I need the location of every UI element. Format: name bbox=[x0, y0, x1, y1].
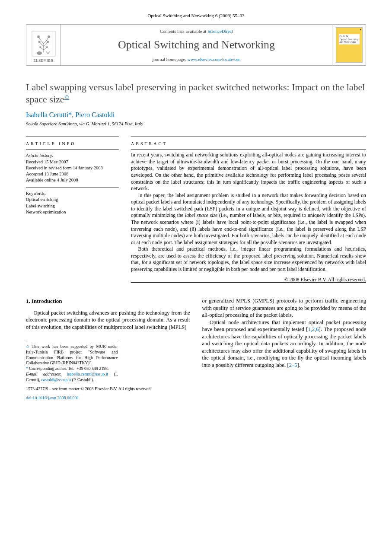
title-text: Label swapping versus label preserving i… bbox=[26, 82, 365, 105]
body-paragraph: or generalized MPLS (GMPLS) protocols to… bbox=[202, 297, 367, 319]
body-columns: 1. Introduction Optical packet switching… bbox=[26, 297, 366, 401]
masthead: ELSEVIER Contents lists available at Sci… bbox=[26, 24, 366, 66]
svg-point-6 bbox=[46, 46, 48, 48]
journal-cover-icon: ■ O S N Optical Switching and Networking bbox=[336, 27, 363, 63]
contents-prefix: Contents lists available at bbox=[160, 29, 207, 34]
footnote-star-icon[interactable]: ✩ bbox=[26, 344, 29, 349]
history-revised: Received in revised form 14 January 2008 bbox=[26, 165, 119, 171]
header-citation: Optical Switching and Networking 6 (2009… bbox=[26, 13, 366, 18]
corresponding-text: Corresponding author. Tel.: +39 050 549 … bbox=[29, 366, 108, 371]
footnote-emails: E-mail addresses: isabella.cerutti@sssup… bbox=[26, 372, 118, 382]
email-who-2: (P. Castoldi). bbox=[71, 377, 94, 382]
ref-link[interactable]: 1,2,6 bbox=[308, 326, 319, 332]
doi-value: 10.1016/j.osn.2008.06.001 bbox=[33, 395, 79, 400]
author-link-castoldi[interactable]: Piero Castoldi bbox=[75, 111, 115, 118]
section-heading-introduction: 1. Introduction bbox=[26, 297, 190, 305]
body-paragraph: Optical packet switching advances are pu… bbox=[26, 309, 190, 331]
publisher-label: ELSEVIER bbox=[33, 58, 54, 63]
article-title: Label swapping versus label preserving i… bbox=[26, 81, 366, 105]
article-info-column: ARTICLE INFO Article history: Received 1… bbox=[26, 137, 119, 283]
history-accepted: Accepted 13 June 2008 bbox=[26, 171, 119, 177]
sciencedirect-link[interactable]: ScienceDirect bbox=[207, 29, 233, 34]
abstract-p2: In this paper, the label assignment prob… bbox=[131, 192, 366, 246]
abstract-p3: Both theoretical and practical methods, … bbox=[131, 246, 366, 273]
journal-homepage-link[interactable]: www.elsevier.com/locate/osn bbox=[188, 57, 241, 62]
abstract-p1: In recent years, switching and networkin… bbox=[131, 152, 366, 192]
corresponding-star-icon[interactable]: * bbox=[26, 366, 28, 371]
abstract-column: ABSTRACT In recent years, switching and … bbox=[131, 137, 366, 283]
history-received: Received 15 May 2007 bbox=[26, 159, 119, 165]
info-abstract-row: ARTICLE INFO Article history: Received 1… bbox=[26, 137, 366, 283]
abstract-label: ABSTRACT bbox=[131, 137, 366, 150]
abstract-text: In recent years, switching and networkin… bbox=[131, 150, 366, 276]
keywords-block: Keywords: Optical switching Label switch… bbox=[26, 188, 119, 220]
footer-doi: doi:10.1016/j.osn.2008.06.001 bbox=[26, 395, 190, 401]
body-text: ]. The proposed node architectures have … bbox=[202, 326, 367, 368]
journal-homepage-line: journal homepage: www.elsevier.com/locat… bbox=[64, 57, 328, 62]
footer-issn: 1573-4277/$ – see front matter © 2008 El… bbox=[26, 386, 190, 392]
ref-link[interactable]: 2–5 bbox=[289, 362, 297, 368]
body-left-column: 1. Introduction Optical packet switching… bbox=[26, 297, 190, 401]
publisher-logo-block: ELSEVIER bbox=[26, 25, 61, 65]
footnotes-block: ✩ This work has been supported by MUR un… bbox=[26, 342, 118, 382]
article-info-label: ARTICLE INFO bbox=[26, 137, 119, 150]
svg-point-2 bbox=[48, 35, 50, 38]
keywords-heading: Keywords: bbox=[26, 191, 119, 197]
author-separator: , bbox=[72, 111, 75, 118]
abstract-copyright: © 2008 Elsevier B.V. All rights reserved… bbox=[131, 277, 366, 282]
svg-point-4 bbox=[47, 41, 49, 43]
body-right-column: or generalized MPLS (GMPLS) protocols to… bbox=[202, 297, 367, 401]
authors-line: Isabella Cerutti*, Piero Castoldi bbox=[26, 111, 366, 119]
article-history: Article history: Received 15 May 2007 Re… bbox=[26, 150, 119, 188]
elsevier-tree-icon bbox=[32, 31, 56, 57]
affiliation: Scuola Superiore Sant'Anna, via G. Moruz… bbox=[26, 121, 366, 126]
email-link-castoldi[interactable]: castoldi@sssup.it bbox=[41, 377, 71, 382]
title-footnote-star-link[interactable]: ✩ bbox=[64, 94, 70, 100]
cover-initials: O S N bbox=[340, 35, 359, 38]
doi-link[interactable]: doi:10.1016/j.osn.2008.06.001 bbox=[26, 395, 79, 400]
cover-text: Optical Switching and Networking bbox=[340, 38, 359, 44]
svg-point-3 bbox=[38, 41, 40, 43]
divider bbox=[131, 282, 366, 283]
history-online: Available online 4 July 2008 bbox=[26, 177, 119, 183]
keyword: Network optimization bbox=[26, 209, 119, 215]
svg-point-5 bbox=[39, 46, 41, 48]
email-label: E-mail addresses: bbox=[26, 372, 61, 376]
homepage-prefix: journal homepage: bbox=[152, 57, 187, 62]
cover-thumbnail-block: ■ O S N Optical Switching and Networking bbox=[332, 25, 366, 65]
body-text: ]. bbox=[297, 362, 300, 368]
corresponding-author-star-link[interactable]: * bbox=[68, 111, 72, 118]
journal-name: Optical Switching and Networking bbox=[64, 38, 328, 51]
svg-point-7 bbox=[37, 51, 42, 55]
body-paragraph: Optical node architectures that implemen… bbox=[202, 319, 367, 369]
footnote-funding-text: This work has been supported by MUR unde… bbox=[26, 344, 118, 365]
email-link-cerutti[interactable]: isabella.cerutti@sssup.it bbox=[67, 372, 108, 376]
keyword: Label switching bbox=[26, 203, 119, 209]
doi-prefix: doi: bbox=[26, 395, 33, 400]
abstract-p2-italic: label space size bbox=[185, 212, 217, 218]
contents-available-line: Contents lists available at ScienceDirec… bbox=[64, 29, 328, 34]
keyword: Optical switching bbox=[26, 197, 119, 203]
svg-point-1 bbox=[37, 35, 40, 38]
masthead-center: Contents lists available at ScienceDirec… bbox=[61, 25, 332, 65]
footnote-corresponding: * Corresponding author. Tel.: +39 050 54… bbox=[26, 366, 118, 372]
author-link-cerutti[interactable]: Isabella Cerutti bbox=[26, 111, 68, 118]
footnote-funding: ✩ This work has been supported by MUR un… bbox=[26, 344, 118, 366]
history-heading: Article history: bbox=[26, 153, 119, 159]
